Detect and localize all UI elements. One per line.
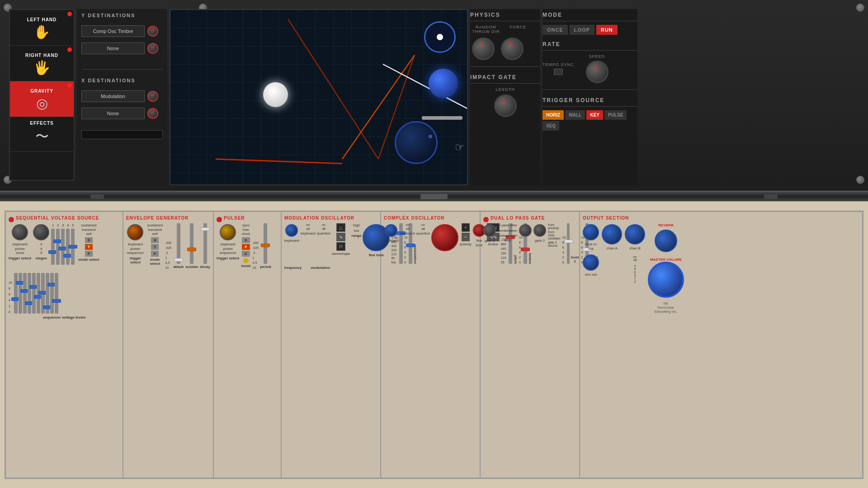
p-clock[interactable]: C: [242, 251, 250, 257]
trig-seq-btn[interactable]: SEQ: [542, 121, 559, 131]
seq-fader-1[interactable]: [51, 229, 55, 265]
out-chan-b-knob[interactable]: [625, 224, 645, 244]
left-hand-section[interactable]: LEFT HAND ✋: [10, 10, 74, 46]
seq-trigger-knob[interactable]: [12, 224, 28, 240]
pol-neg[interactable]: −: [462, 233, 470, 241]
x-dest-btn-2[interactable]: None: [81, 108, 145, 119]
trig-wall-btn[interactable]: WALL: [565, 110, 585, 120]
p-sync[interactable]: S: [242, 237, 250, 243]
wave-sq[interactable]: ⊓: [336, 242, 345, 251]
gravity-section[interactable]: GRAVITY ◎: [10, 81, 74, 117]
complex-osc-title: COMPLEX OSCILLATOR: [384, 216, 477, 221]
svf-10-t[interactable]: [52, 299, 61, 303]
seq-mode-transient[interactable]: T: [85, 244, 93, 250]
period-thumb[interactable]: [261, 244, 270, 247]
wave-tri[interactable]: △: [336, 223, 345, 232]
svf-1[interactable]: [14, 273, 18, 314]
out-mod-cv-knob[interactable]: [583, 224, 599, 240]
y-dest-knob-2[interactable]: [147, 43, 158, 54]
seq-stages-knob[interactable]: [33, 224, 49, 240]
hand-panel: LEFT HAND ✋ RIGHT HAND 🖐 GRAVITY ◎ EFFEC…: [9, 9, 75, 181]
out-chan-b-label: chan B: [629, 246, 641, 251]
y-dest-knob-1[interactable]: [147, 26, 158, 37]
lpg-level1-fader[interactable]: [567, 223, 570, 264]
master-volume-knob[interactable]: [648, 262, 684, 298]
env-ms-t[interactable]: T: [151, 244, 159, 250]
p-free[interactable]: F: [242, 244, 250, 250]
mode-once-btn[interactable]: ONCE: [542, 25, 568, 35]
svf-3[interactable]: [23, 273, 27, 314]
period-label: period: [260, 265, 271, 269]
seq-fader-3-label: 3: [62, 223, 64, 228]
sustain-thumb[interactable]: [187, 248, 196, 251]
env-trigger-knob[interactable]: [127, 224, 143, 240]
co-kbd-knob[interactable]: [385, 224, 397, 237]
lpg-gate1-label: gate 1: [485, 239, 495, 243]
seq-fader-5[interactable]: [71, 229, 75, 265]
svf-5[interactable]: [32, 273, 36, 314]
mod-kbd-knob[interactable]: [285, 224, 298, 237]
mode-loop-btn[interactable]: LOOP: [570, 25, 594, 35]
trig-horiz-btn[interactable]: HORIZ: [542, 110, 564, 120]
seq-mode-sustained[interactable]: S: [85, 237, 93, 243]
pulser-trigger-knob[interactable]: [220, 224, 236, 240]
trig-key-btn[interactable]: KEY: [586, 110, 603, 120]
trig-pulse-btn[interactable]: PULSE: [604, 110, 627, 120]
mod-quantize-label: quantize: [317, 231, 330, 236]
tempo-sync-toggle[interactable]: [554, 69, 563, 75]
reverb-knob[interactable]: [655, 230, 677, 252]
svf-9[interactable]: [50, 273, 54, 314]
screw-tr: [856, 4, 864, 12]
co-q-on: on: [421, 223, 425, 226]
pol-pos[interactable]: +: [462, 223, 470, 232]
out-chan-a-knob[interactable]: [602, 224, 622, 244]
lpg-level1-thumb[interactable]: [564, 239, 573, 243]
env-faders: .002 .025 .2 1 3.5 10 attack: [165, 223, 210, 269]
viz-slider[interactable]: [422, 116, 462, 120]
seq-title-row: SEQUENTIAL VOLTAGE SOURCE: [9, 216, 120, 223]
wave-saw[interactable]: ∿: [336, 233, 345, 241]
y-dest-btn-1[interactable]: Comp Osc Timbre: [81, 25, 145, 37]
seq-mode-self[interactable]: F: [85, 251, 93, 257]
length-knob[interactable]: [494, 94, 517, 117]
env-ms-s[interactable]: S: [151, 237, 159, 243]
decay-thumb[interactable]: [201, 227, 210, 231]
svf-10[interactable]: [55, 273, 58, 314]
co-keyboard-label: keyboard: [400, 231, 415, 236]
throw-dir-knob[interactable]: [472, 38, 495, 60]
mode-run-btn[interactable]: RUN: [596, 25, 618, 35]
seq-fader-3[interactable]: [61, 229, 65, 265]
y-dest-btn-2[interactable]: None: [81, 42, 145, 54]
attack-fader[interactable]: [177, 223, 180, 264]
main-visualization: ☞: [170, 9, 468, 185]
physics-knobs-row: [470, 36, 540, 62]
svf-4[interactable]: [28, 273, 31, 314]
ll1-6: 6: [562, 246, 566, 249]
seq-mode-btns: S T F: [85, 237, 93, 257]
lpg-gate2-knob[interactable]: [533, 224, 546, 237]
x-dest-knob-1[interactable]: [147, 91, 158, 102]
env-ms-f[interactable]: F: [151, 251, 159, 257]
seq-fader-5-thumb[interactable]: [68, 245, 77, 249]
decay-fader[interactable]: [203, 223, 207, 264]
right-hand-section[interactable]: RIGHT HAND 🖐: [10, 46, 74, 81]
svf-8[interactable]: [46, 273, 49, 314]
speed-knob[interactable]: [586, 61, 609, 83]
out-env-knob[interactable]: [583, 254, 599, 271]
x-dest-knob-2[interactable]: [147, 108, 158, 119]
attack-thumb[interactable]: [174, 258, 183, 262]
input-bar[interactable]: [81, 130, 163, 139]
reverb-label: REVERB: [658, 223, 673, 228]
mod-mod-bottom-label: modulation: [311, 266, 330, 270]
effects-section[interactable]: EFFECTS 〜: [10, 117, 74, 152]
s6: 6: [9, 293, 12, 296]
svf-2[interactable]: [19, 273, 22, 314]
co-main-knob[interactable]: [431, 224, 458, 251]
force-knob[interactable]: [501, 38, 524, 60]
x-dest-btn-1[interactable]: Modulation: [81, 90, 145, 102]
lpg-route-knob[interactable]: [519, 224, 532, 237]
lpg-gate1-knob[interactable]: [483, 224, 496, 237]
sustain-fader[interactable]: [190, 223, 193, 264]
y-dest-row-1: Comp Osc Timbre: [77, 23, 167, 39]
period-fader[interactable]: [264, 223, 267, 264]
